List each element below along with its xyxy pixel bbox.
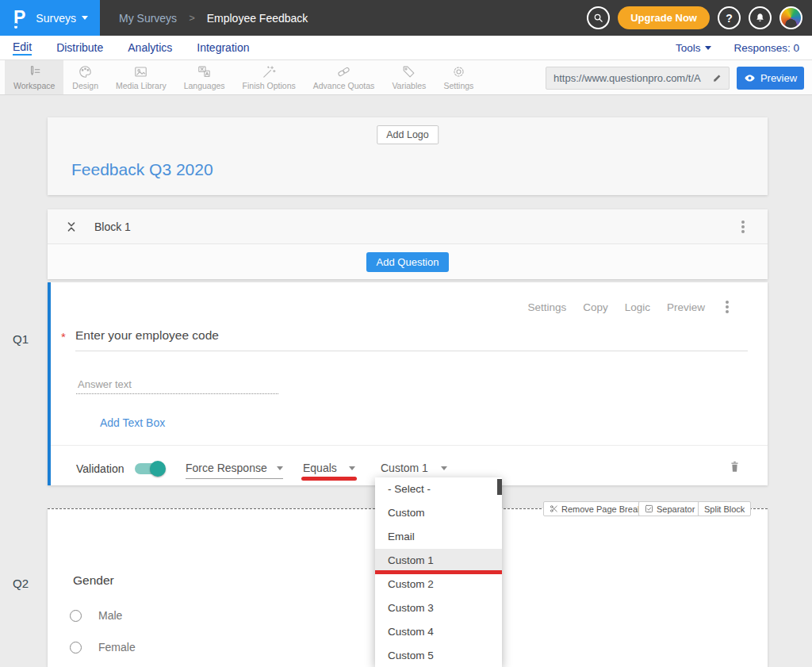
separator-button[interactable]: Separator <box>638 501 701 516</box>
dropdown-option-custom5[interactable]: Custom 5 <box>375 644 502 667</box>
question-settings-link[interactable]: Settings <box>527 301 566 313</box>
notifications-button[interactable] <box>749 6 772 29</box>
add-text-box-link[interactable]: Add Text Box <box>100 416 165 429</box>
checkbox-checked-icon <box>645 504 653 513</box>
radio-button[interactable] <box>70 610 82 622</box>
toolbar-item-label: Languages <box>184 81 225 90</box>
upgrade-now-button[interactable]: Upgrade Now <box>618 6 710 29</box>
tabs-right-group: Tools Responses: 0 <box>676 42 799 54</box>
dropdown-option-email[interactable]: Email <box>375 525 502 549</box>
dropdown-option-custom[interactable]: Custom <box>375 501 502 525</box>
split-block-label: Split Block <box>704 504 745 514</box>
questionpro-logo[interactable]: P <box>13 9 25 27</box>
block-menu-button[interactable] <box>737 220 749 234</box>
question2-text[interactable]: Gender <box>73 573 114 588</box>
brand-block: P Surveys <box>0 0 100 36</box>
remove-page-break-button[interactable]: Remove Page Break <box>543 501 649 516</box>
toolbar-item-settings[interactable]: Settings <box>435 60 482 94</box>
dropdown-option-custom3[interactable]: Custom 3 <box>375 596 502 620</box>
preview-button[interactable]: Preview <box>737 67 804 90</box>
toolbar-item-workspace[interactable]: Workspace <box>5 60 63 94</box>
tab-distribute[interactable]: Distribute <box>56 41 103 55</box>
pattern-dropdown-menu: - Select - Custom Email Custom 1 Custom … <box>375 477 502 667</box>
operator-value: Equals <box>303 462 337 474</box>
force-response-dropdown[interactable]: Force Response <box>186 462 283 479</box>
required-asterisk: * <box>61 330 66 343</box>
survey-title[interactable]: Feedback Q3 2020 <box>71 160 213 179</box>
validation-toggle[interactable] <box>135 463 164 474</box>
operator-highlight-underline <box>301 477 357 481</box>
dropdown-option-custom1[interactable]: Custom 1 <box>375 549 502 573</box>
option-row-female: Female <box>70 641 136 654</box>
responses-count[interactable]: Responses: 0 <box>733 42 799 54</box>
toolbar-item-label: Advance Quotas <box>313 81 375 90</box>
tools-menu[interactable]: Tools <box>676 42 712 54</box>
surveys-menu[interactable]: Surveys <box>36 12 88 25</box>
chain-links-icon <box>336 64 351 79</box>
toolbar-item-finish-options[interactable]: Finish Options <box>234 60 304 94</box>
toolbar-item-label: Media Library <box>116 81 167 90</box>
preview-label: Preview <box>760 72 797 84</box>
add-question-button[interactable]: Add Question <box>366 252 450 272</box>
search-button[interactable] <box>587 6 610 29</box>
question1-actions: Settings Copy Logic Preview <box>527 300 733 314</box>
question-mark-icon: ? <box>726 12 733 25</box>
split-block-button[interactable]: Split Block <box>698 501 751 516</box>
kebab-icon <box>741 225 745 228</box>
survey-url-field[interactable]: https://www.questionpro.com/t/A <box>546 67 730 90</box>
kebab-icon <box>726 305 729 309</box>
tab-integration[interactable]: Integration <box>197 41 249 55</box>
pattern-dropdown[interactable]: Custom 1 <box>381 462 447 479</box>
chevron-down-icon <box>82 16 88 20</box>
toolbar-item-languages[interactable]: Languages <box>175 60 234 94</box>
toolbar-item-label: Settings <box>443 81 473 90</box>
dropdown-option-custom2[interactable]: Custom 2 <box>375 573 502 596</box>
question-menu-button[interactable] <box>722 300 733 314</box>
surveys-menu-label: Surveys <box>36 12 76 25</box>
toolbar-item-variables[interactable]: Variables <box>383 60 435 94</box>
pencil-icon[interactable] <box>712 73 723 84</box>
radio-button[interactable] <box>70 642 82 654</box>
user-avatar[interactable] <box>779 6 802 29</box>
toolbar-item-advance-quotas[interactable]: Advance Quotas <box>304 60 384 94</box>
toolbar-item-media-library[interactable]: Media Library <box>107 60 175 94</box>
breadcrumb-current-survey: Employee Feedback <box>207 12 308 25</box>
question1-card: Settings Copy Logic Preview * Enter your… <box>48 282 768 485</box>
option-label[interactable]: Female <box>98 641 136 654</box>
question-copy-link[interactable]: Copy <box>583 301 608 313</box>
breadcrumb-my-surveys[interactable]: My Surveys <box>119 12 177 25</box>
answer-text-placeholder[interactable]: Answer text <box>78 378 132 390</box>
chevron-down-icon <box>441 466 447 470</box>
validation-label: Validation <box>76 462 124 475</box>
dropdown-scrollbar[interactable] <box>497 479 502 495</box>
dropdown-option-custom4[interactable]: Custom 4 <box>375 620 502 644</box>
block-title[interactable]: Block 1 <box>94 220 131 233</box>
palette-icon <box>78 64 93 79</box>
delete-validation-button[interactable] <box>729 460 741 477</box>
scissors-icon <box>550 504 558 513</box>
question-preview-link[interactable]: Preview <box>667 301 705 313</box>
eye-icon <box>744 72 756 84</box>
toolbar-item-design[interactable]: Design <box>63 60 107 94</box>
image-icon <box>133 64 148 79</box>
tab-edit[interactable]: Edit <box>13 40 32 56</box>
add-logo-button[interactable]: Add Logo <box>377 125 439 144</box>
question-logic-link[interactable]: Logic <box>625 301 650 313</box>
edit-toolbar: Workspace Design Media Library Languages… <box>0 60 812 95</box>
question1-text[interactable]: Enter your employee code <box>75 328 219 343</box>
block-header: Block 1 <box>48 209 768 244</box>
translate-icon <box>197 64 212 79</box>
remove-page-break-label: Remove Page Break <box>561 504 642 514</box>
toolbar-item-label: Finish Options <box>243 81 296 90</box>
dropdown-option-select[interactable]: - Select - <box>375 477 502 501</box>
breadcrumb-separator: > <box>189 12 195 24</box>
topbar-actions: Upgrade Now ? <box>587 6 802 29</box>
separator-label: Separator <box>657 504 695 514</box>
option-label[interactable]: Male <box>98 609 122 622</box>
force-response-value: Force Response <box>186 462 267 474</box>
chevron-down-icon <box>277 466 283 470</box>
collapse-block-button[interactable] <box>65 220 78 233</box>
help-button[interactable]: ? <box>718 6 741 29</box>
tab-analytics[interactable]: Analytics <box>128 41 172 55</box>
breadcrumb: My Surveys > Employee Feedback <box>119 0 308 36</box>
